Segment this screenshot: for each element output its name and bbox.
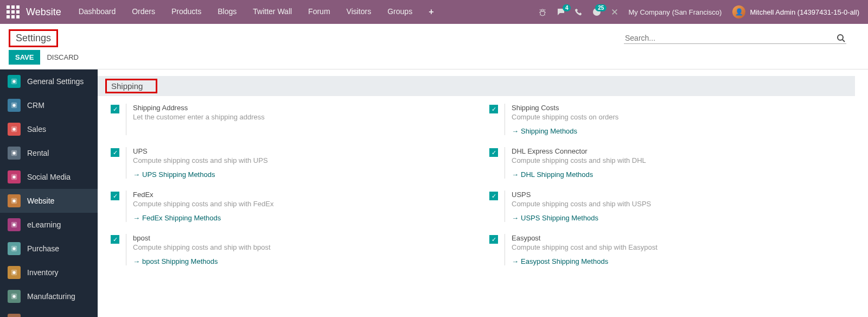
svg-point-2	[12, 80, 15, 83]
search-icon[interactable]	[837, 34, 845, 42]
arrow-right-icon: →	[133, 214, 140, 222]
activity-icon[interactable]: 25	[592, 8, 601, 16]
sidebar-item-elearning[interactable]: eLearning	[0, 213, 98, 237]
avatar: 👤	[732, 5, 745, 18]
svg-point-6	[12, 128, 15, 130]
sidebar-item-sales[interactable]: Sales	[0, 117, 98, 141]
divider	[126, 191, 126, 222]
sidebar-item-accounting[interactable]: Accounting	[0, 308, 98, 317]
sidebar-item-inventory[interactable]: Inventory	[0, 261, 98, 284]
setting-description: Compute shipping costs and ship with USP…	[512, 200, 855, 208]
menu-twitter-wall[interactable]: Twitter Wall	[245, 1, 299, 23]
arrow-right-icon: →	[512, 170, 519, 179]
top-navbar: Website Dashboard Orders Products Blogs …	[0, 0, 868, 24]
chat-badge: 4	[563, 4, 571, 11]
sidebar-item-purchase[interactable]: Purchase	[0, 237, 98, 261]
save-button[interactable]: SAVE	[9, 50, 40, 65]
sidebar-item-label: eLearning	[27, 220, 61, 229]
sidebar-item-crm[interactable]: CRM	[0, 93, 98, 117]
svg-point-14	[12, 223, 15, 226]
svg-point-12	[12, 199, 15, 202]
page-title: Settings	[9, 29, 58, 47]
setting-link[interactable]: →FedEx Shipping Methods	[133, 214, 221, 222]
setting-title: UPS	[133, 147, 476, 155]
sidebar-icon	[8, 170, 21, 183]
menu-blogs[interactable]: Blogs	[210, 1, 244, 23]
checkbox[interactable]: ✓	[111, 235, 119, 244]
setting-link-label: Shipping Methods	[521, 127, 577, 135]
divider	[505, 234, 505, 265]
checkbox[interactable]: ✓	[111, 148, 119, 157]
menu-add-icon[interactable]: +	[421, 1, 441, 23]
divider	[126, 147, 126, 179]
menu-groups[interactable]: Groups	[380, 1, 420, 23]
menu-forum[interactable]: Forum	[301, 1, 337, 23]
system-tray: 4 25	[538, 8, 618, 16]
svg-point-16	[12, 247, 15, 250]
user-menu[interactable]: 👤 Mitchell Admin (14397431-15-0-all)	[732, 5, 859, 18]
setting-title: Easypost	[512, 234, 855, 242]
setting-body: Shipping AddressLet the customer enter a…	[133, 104, 476, 135]
sidebar-icon	[8, 99, 21, 112]
sidebar-icon	[8, 314, 21, 317]
sidebar-item-label: General Settings	[27, 77, 84, 86]
menu-visitors[interactable]: Visitors	[339, 1, 379, 23]
checkbox[interactable]: ✓	[111, 105, 119, 113]
setting-shipping-address: ✓Shipping AddressLet the customer enter …	[111, 104, 476, 135]
sidebar-item-label: CRM	[27, 101, 44, 110]
checkbox[interactable]: ✓	[489, 148, 498, 157]
setting-title: FedEx	[133, 191, 476, 199]
setting-link[interactable]: →Shipping Methods	[512, 127, 577, 135]
setting-title: DHL Express Connector	[512, 147, 855, 155]
checkbox[interactable]: ✓	[489, 192, 498, 200]
sidebar-icon	[8, 75, 21, 88]
sidebar-item-social-media[interactable]: Social Media	[0, 165, 98, 189]
setting-description: Compute shipping cost and ship with Easy…	[512, 243, 855, 251]
setting-ups: ✓UPSCompute shipping costs and ship with…	[111, 147, 476, 179]
setting-body: FedExCompute shipping costs and ship wit…	[133, 191, 476, 222]
sidebar-item-label: Rental	[27, 149, 49, 157]
apps-icon[interactable]	[7, 5, 20, 18]
main-menu: Dashboard Orders Products Blogs Twitter …	[71, 1, 442, 23]
setting-description: Compute shipping costs on orders	[512, 113, 855, 121]
setting-body: DHL Express ConnectorCompute shipping co…	[512, 147, 855, 179]
sidebar-item-manufacturing[interactable]: Manufacturing	[0, 284, 98, 308]
settings-content: Shipping ✓Shipping AddressLet the custom…	[98, 69, 868, 317]
setting-link[interactable]: →bpost Shipping Methods	[133, 257, 218, 265]
menu-products[interactable]: Products	[164, 1, 209, 23]
section-title: Shipping	[111, 81, 143, 91]
chat-icon[interactable]: 4	[557, 8, 565, 16]
sidebar-item-label: Social Media	[27, 173, 71, 181]
bug-icon[interactable]	[538, 8, 547, 16]
setting-body: UPSCompute shipping costs and ship with …	[133, 147, 476, 179]
setting-fedex: ✓FedExCompute shipping costs and ship wi…	[111, 191, 476, 222]
sidebar-item-rental[interactable]: Rental	[0, 141, 98, 165]
setting-body: USPSCompute shipping costs and ship with…	[512, 191, 855, 222]
svg-point-10	[12, 175, 15, 178]
setting-title: Shipping Address	[133, 104, 476, 112]
setting-title: bpost	[133, 234, 476, 242]
menu-orders[interactable]: Orders	[124, 1, 163, 23]
menu-dashboard[interactable]: Dashboard	[71, 1, 124, 23]
sidebar-item-website[interactable]: Website	[0, 189, 98, 213]
phone-icon[interactable]	[575, 8, 583, 16]
settings-sidebar: General SettingsCRMSalesRentalSocial Med…	[0, 69, 98, 317]
setting-link[interactable]: →Easypost Shipping Methods	[512, 257, 608, 265]
search-input[interactable]	[625, 34, 833, 42]
arrow-right-icon: →	[133, 257, 140, 265]
checkbox[interactable]: ✓	[489, 105, 498, 113]
checkbox[interactable]: ✓	[111, 192, 119, 200]
company-switcher[interactable]: My Company (San Francisco)	[628, 8, 722, 16]
setting-link[interactable]: →UPS Shipping Methods	[133, 170, 215, 179]
setting-dhl-express-connector: ✓DHL Express ConnectorCompute shipping c…	[489, 147, 855, 179]
sidebar-item-general-settings[interactable]: General Settings	[0, 69, 98, 93]
brand[interactable]: Website	[26, 7, 61, 18]
close-icon[interactable]	[611, 8, 618, 16]
setting-link-label: FedEx Shipping Methods	[142, 214, 221, 222]
setting-link[interactable]: →USPS Shipping Methods	[512, 214, 598, 222]
search-box[interactable]	[624, 33, 846, 44]
checkbox[interactable]: ✓	[489, 235, 498, 244]
discard-button[interactable]: DISCARD	[47, 50, 79, 65]
setting-link[interactable]: →DHL Shipping Methods	[512, 170, 593, 179]
divider	[126, 234, 126, 265]
